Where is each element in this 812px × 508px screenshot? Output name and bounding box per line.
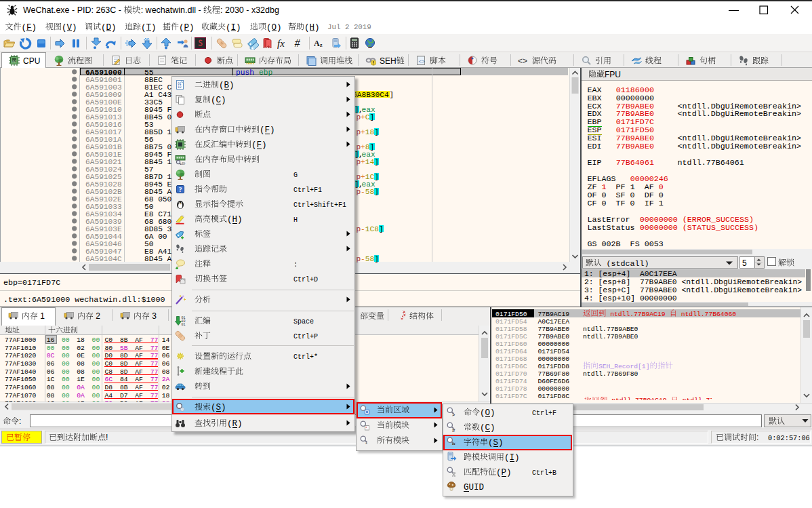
svg-text:AF: AF (135, 384, 143, 391)
svg-text:ntdll.77B6406: ntdll.77B6406 (678, 397, 712, 400)
svg-text:77: 77 (150, 384, 159, 391)
svg-text:1E: 1E (77, 376, 85, 383)
svg-text:0171FD70: 0171FD70 (495, 370, 527, 378)
svg-text:A4: A4 (105, 392, 113, 399)
svg-text:77AF1050: 77AF1050 (5, 376, 37, 383)
svg-text:10: 10 (178, 85, 182, 88)
svg-text:*: * (365, 441, 367, 446)
svg-text:18: 18 (77, 336, 85, 344)
svg-text:77AF1030: 77AF1030 (5, 360, 37, 368)
svg-text:06: 06 (47, 368, 55, 376)
svg-text:77: 77 (150, 345, 159, 352)
svg-text:77B9ABE0: 77B9ABE0 (538, 326, 570, 333)
svg-text:AF: AF (135, 345, 143, 352)
svg-text:0171FD68: 0171FD68 (495, 355, 527, 363)
svg-text:16: 16 (47, 336, 55, 344)
svg-text:@: @ (181, 161, 185, 165)
svg-text:06: 06 (162, 352, 170, 359)
svg-text:#: # (452, 427, 455, 433)
svg-text:00: 00 (62, 376, 70, 383)
svg-text:77: 77 (150, 352, 159, 359)
svg-text:6C: 6C (105, 376, 113, 383)
svg-text:77B9ABE0: 77B9ABE0 (538, 333, 570, 340)
svg-text:0171FD8C: 0171FD8C (538, 393, 570, 400)
svg-text:00: 00 (92, 345, 100, 352)
svg-text:06: 06 (47, 360, 55, 368)
svg-text:C0: C0 (105, 360, 113, 368)
svg-text:77: 77 (150, 368, 159, 376)
svg-text:84: 84 (120, 376, 128, 383)
svg-text:0171FD74: 0171FD74 (495, 378, 527, 385)
svg-text:08: 08 (47, 384, 55, 391)
svg-text:0171FD78: 0171FD78 (495, 385, 527, 393)
svg-text:>: > (452, 412, 455, 418)
svg-text:0171FD64: 0171FD64 (495, 348, 527, 355)
svg-text:SEH_Record[1]: SEH_Record[1] (598, 363, 650, 370)
svg-text:ntdll.77B9AC19: ntdll.77B9AC19 (606, 311, 669, 318)
svg-text:00: 00 (62, 360, 70, 368)
svg-text:z: z (320, 42, 323, 48)
svg-text:!: ! (373, 60, 374, 65)
svg-text:80: 80 (105, 345, 113, 352)
svg-text:AF: AF (135, 392, 143, 399)
svg-text:00: 00 (92, 352, 100, 359)
svg-text:00: 00 (62, 368, 70, 376)
svg-text:5B: 5B (120, 345, 128, 352)
svg-text:00: 00 (92, 392, 100, 399)
svg-text:00: 00 (92, 376, 100, 383)
svg-text:0171FD5C: 0171FD5C (495, 333, 527, 340)
svg-text:0A: 0A (77, 384, 85, 391)
svg-text:00: 00 (62, 352, 70, 359)
svg-text:0171FD54: 0171FD54 (495, 318, 527, 326)
svg-text:?: ? (178, 186, 182, 193)
svg-text:02: 02 (77, 345, 85, 352)
svg-text:08: 08 (77, 368, 85, 376)
svg-text:1C: 1C (47, 376, 55, 383)
svg-text:C8: C8 (105, 368, 113, 376)
svg-text:0171FD60: 0171FD60 (495, 340, 527, 348)
svg-text:00000000: 00000000 (538, 385, 570, 393)
svg-text:fx: fx (277, 37, 285, 48)
svg-text:8B: 8B (120, 336, 128, 344)
svg-text:0E: 0E (77, 352, 85, 359)
svg-text:2A: 2A (162, 376, 170, 383)
svg-text:00: 00 (62, 345, 70, 352)
svg-text:8D: 8D (120, 360, 128, 368)
svg-text:D7: D7 (120, 392, 128, 399)
svg-text:77: 77 (150, 376, 159, 383)
svg-text:77AF1040: 77AF1040 (5, 368, 37, 376)
svg-text:AF: AF (135, 368, 143, 376)
svg-text:A: A (314, 38, 320, 47)
svg-text:14: 14 (162, 336, 170, 344)
svg-text:77: 77 (150, 336, 159, 344)
svg-text:D60FE6D6: D60FE6D6 (538, 378, 570, 385)
svg-text:8D: 8D (120, 368, 128, 376)
svg-text:#: # (295, 37, 301, 49)
svg-text:00: 00 (92, 368, 100, 376)
svg-text:AF: AF (135, 352, 143, 359)
svg-text:77B69F80: 77B69F80 (538, 370, 570, 378)
svg-text:ntdll.77B9ABE0: ntdll.77B9ABE0 (583, 333, 638, 340)
svg-text:0171FD7C: 0171FD7C (495, 393, 527, 400)
svg-text:ntdll.77B9AC19: ntdll.77B9AC19 (607, 397, 670, 400)
svg-text:77AF1010: 77AF1010 (5, 345, 37, 352)
svg-text:77AF1000: 77AF1000 (5, 336, 37, 344)
svg-text:06: 06 (162, 360, 170, 368)
svg-text:01: 01 (181, 323, 185, 326)
svg-text:0A: 0A (77, 392, 85, 399)
svg-text:00: 00 (92, 360, 100, 368)
svg-text:00000000: 00000000 (538, 340, 570, 348)
svg-text:00: 00 (62, 384, 70, 391)
svg-text:<>: <> (419, 58, 426, 64)
svg-text:D8: D8 (105, 384, 113, 391)
svg-text:<>: <> (518, 56, 527, 66)
svg-text:0E: 0E (162, 345, 170, 352)
svg-text:00000000: 00000000 (538, 355, 570, 363)
svg-text:00: 00 (62, 392, 70, 399)
svg-text:77B9AC19: 77B9AC19 (538, 311, 570, 318)
svg-text:08: 08 (77, 360, 85, 368)
svg-text:AF: AF (135, 336, 143, 344)
svg-text:08: 08 (162, 368, 170, 376)
svg-text:00: 00 (92, 336, 100, 344)
svg-text:0C: 0C (47, 352, 55, 359)
